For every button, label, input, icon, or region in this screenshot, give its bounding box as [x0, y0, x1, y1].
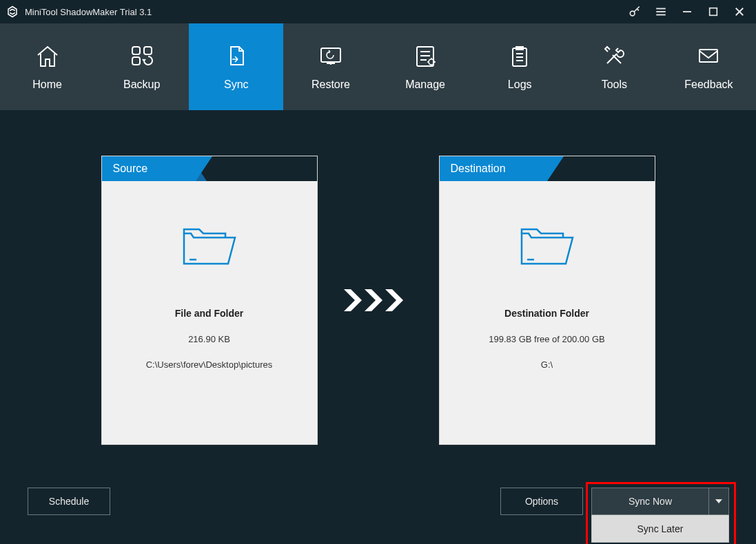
nav-logs[interactable]: Logs — [473, 23, 567, 110]
nav-label: Logs — [508, 79, 532, 91]
nav-manage[interactable]: Manage — [378, 23, 473, 110]
svg-rect-9 — [144, 47, 152, 54]
destination-title: Destination Folder — [504, 308, 589, 319]
main-content: Source File and Folder 216.90 KB C:\User… — [0, 110, 756, 544]
options-button[interactable]: Options — [500, 488, 583, 515]
destination-header: Destination — [440, 156, 655, 181]
arrows-icon — [341, 286, 416, 314]
destination-panel[interactable]: Destination Destination Folder 199.83 GB… — [439, 156, 655, 445]
folder-icon — [180, 221, 239, 273]
nav-backup[interactable]: Backup — [94, 23, 189, 110]
menu-icon[interactable] — [654, 5, 668, 19]
restore-icon — [317, 43, 345, 69]
tools-icon — [600, 43, 628, 69]
sync-dropdown-button[interactable] — [708, 488, 729, 515]
main-nav: Home Backup Sync Restore Manage Logs T — [0, 23, 756, 110]
source-title: File and Folder — [175, 308, 244, 319]
schedule-button[interactable]: Schedule — [28, 488, 110, 515]
nav-tools[interactable]: Tools — [567, 23, 662, 110]
nav-label: Restore — [311, 79, 350, 91]
sync-button-group: Sync Now Sync Later — [591, 488, 729, 543]
feedback-icon — [695, 43, 722, 69]
destination-free: 199.83 GB free of 200.00 GB — [489, 334, 604, 344]
nav-label: Backup — [123, 79, 160, 91]
nav-label: Manage — [405, 79, 445, 91]
nav-label: Sync — [224, 79, 249, 91]
svg-rect-5 — [710, 8, 717, 16]
nav-label: Feedback — [684, 79, 733, 91]
svg-rect-10 — [132, 57, 140, 65]
source-size: 216.90 KB — [188, 334, 230, 344]
manage-icon — [411, 43, 439, 69]
backup-icon — [128, 43, 156, 69]
source-header-label: Source — [113, 163, 148, 175]
home-icon — [34, 43, 61, 69]
source-header: Source — [102, 156, 317, 181]
source-panel[interactable]: Source File and Folder 216.90 KB C:\User… — [101, 156, 318, 445]
nav-restore[interactable]: Restore — [283, 23, 378, 110]
nav-feedback[interactable]: Feedback — [662, 23, 756, 110]
app-logo-icon — [6, 5, 19, 19]
close-icon[interactable] — [733, 5, 746, 19]
destination-path: G:\ — [541, 359, 553, 370]
destination-header-label: Destination — [451, 163, 506, 175]
nav-label: Tools — [602, 79, 627, 91]
chevron-down-icon — [715, 499, 722, 503]
source-path: C:\Users\forev\Desktop\pictures — [146, 359, 273, 370]
nav-label: Home — [32, 79, 62, 91]
maximize-icon[interactable] — [706, 5, 720, 19]
sync-now-button[interactable]: Sync Now — [591, 488, 708, 515]
svg-rect-21 — [699, 50, 717, 62]
bottom-bar: Schedule Options Sync Now Sync Later — [0, 454, 756, 544]
minimize-icon[interactable] — [680, 5, 694, 19]
svg-rect-11 — [321, 48, 340, 62]
app-title: MiniTool ShadowMaker Trial 3.1 — [25, 7, 628, 17]
sync-later-button[interactable]: Sync Later — [591, 515, 729, 543]
svg-point-0 — [630, 11, 635, 16]
logs-icon — [506, 43, 533, 69]
svg-rect-8 — [132, 47, 140, 54]
title-bar: MiniTool ShadowMaker Trial 3.1 — [0, 0, 756, 23]
nav-home[interactable]: Home — [0, 23, 94, 110]
key-icon[interactable] — [628, 5, 642, 19]
folder-icon — [518, 221, 577, 273]
sync-icon — [223, 43, 250, 69]
nav-sync[interactable]: Sync — [189, 23, 283, 110]
